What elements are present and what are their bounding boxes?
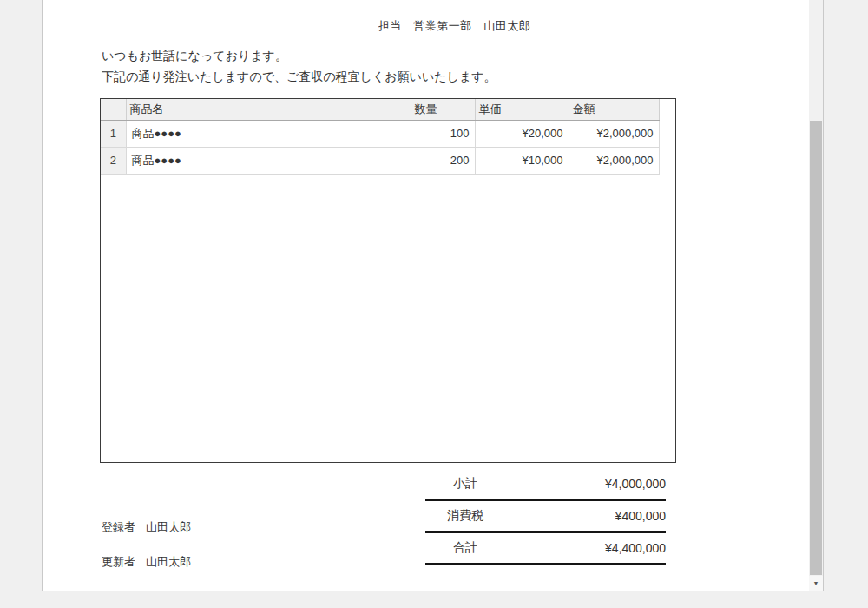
items-box: 商品名 数量 単価 金額 1 商品●●●● 100 ¥20,000 ¥2,000… bbox=[100, 98, 676, 463]
quantity-cell: 100 bbox=[411, 120, 475, 147]
header-unit-price: 単価 bbox=[475, 99, 569, 120]
vertical-scrollbar[interactable]: ▼ bbox=[809, 0, 823, 591]
row-number: 2 bbox=[101, 147, 126, 174]
grand-total-row: 合計 ¥4,400,000 bbox=[425, 533, 666, 565]
tax-label: 消費税 bbox=[425, 508, 505, 524]
updater-label: 更新者 bbox=[102, 555, 135, 568]
unit-price-cell: ¥20,000 bbox=[475, 120, 569, 147]
registrant-name: 山田太郎 bbox=[146, 520, 191, 533]
amount-cell: ¥2,000,000 bbox=[569, 147, 659, 174]
registrant-label: 登録者 bbox=[102, 520, 135, 533]
registrant-line: 登録者山田太郎 bbox=[102, 519, 191, 535]
quantity-cell: 200 bbox=[411, 147, 475, 174]
greeting-line-2: 下記の通り発注いたしますので、ご査収の程宜しくお願いいたします。 bbox=[102, 66, 496, 87]
header-row-number bbox=[101, 99, 126, 120]
tax-value: ¥400,000 bbox=[505, 509, 666, 523]
scrollbar-down-button[interactable]: ▼ bbox=[809, 576, 823, 591]
subtotal-value: ¥4,000,000 bbox=[505, 477, 666, 491]
header-amount: 金額 bbox=[569, 99, 659, 120]
scrollbar-thumb[interactable] bbox=[810, 121, 822, 575]
items-table: 商品名 数量 単価 金額 1 商品●●●● 100 ¥20,000 ¥2,000… bbox=[101, 99, 660, 175]
updater-line: 更新者山田太郎 bbox=[102, 554, 191, 570]
header-quantity: 数量 bbox=[411, 99, 475, 120]
updater-name: 山田太郎 bbox=[146, 555, 191, 568]
subtotal-row: 小計 ¥4,000,000 bbox=[425, 469, 666, 501]
unit-price-cell: ¥10,000 bbox=[475, 147, 569, 174]
document-panel: 担当 営業第一部 山田太郎 いつもお世話になっております。 下記の通り発注いたし… bbox=[42, 0, 824, 591]
grand-total-value: ¥4,400,000 bbox=[505, 541, 666, 555]
table-row: 1 商品●●●● 100 ¥20,000 ¥2,000,000 bbox=[101, 120, 659, 147]
product-name-cell: 商品●●●● bbox=[126, 120, 411, 147]
totals-block: 小計 ¥4,000,000 消費税 ¥400,000 合計 ¥4,400,000 bbox=[425, 469, 666, 565]
assignee-line: 担当 営業第一部 山田太郎 bbox=[102, 18, 807, 34]
table-row: 2 商品●●●● 200 ¥10,000 ¥2,000,000 bbox=[101, 147, 659, 174]
greeting-line-1: いつもお世話になっております。 bbox=[102, 45, 496, 66]
amount-cell: ¥2,000,000 bbox=[569, 120, 659, 147]
greeting-block: いつもお世話になっております。 下記の通り発注いたしますので、ご査収の程宜しくお… bbox=[102, 45, 496, 87]
product-name-cell: 商品●●●● bbox=[126, 147, 411, 174]
header-product-name: 商品名 bbox=[126, 99, 411, 120]
grand-total-label: 合計 bbox=[425, 540, 505, 556]
scrollbar-down-icon: ▼ bbox=[813, 580, 819, 586]
tax-row: 消費税 ¥400,000 bbox=[425, 501, 666, 533]
subtotal-label: 小計 bbox=[425, 476, 505, 492]
row-number: 1 bbox=[101, 120, 126, 147]
items-table-header-row: 商品名 数量 単価 金額 bbox=[101, 99, 659, 120]
